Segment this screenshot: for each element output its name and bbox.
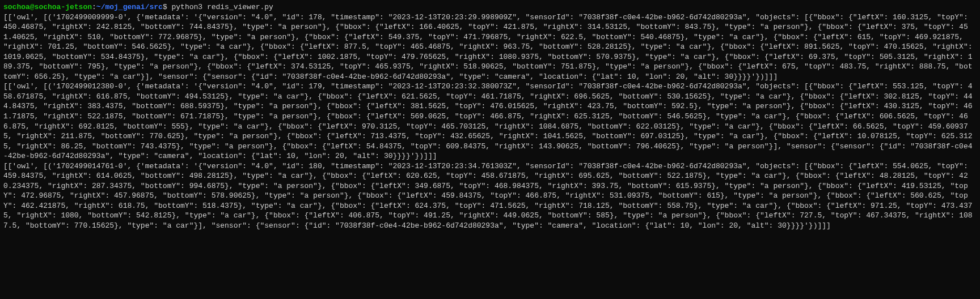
- terminal-output: [['owl', [('1702499009999-0', {'metadata…: [3, 12, 977, 231]
- prompt-colon: :: [92, 3, 96, 11]
- shell-prompt[interactable]: sochoa@sochoa-jetson:~/moj_genai/src$ py…: [3, 2, 977, 12]
- cwd-path: ~/moj_genai/src: [96, 3, 163, 11]
- prompt-dollar: $: [163, 3, 167, 11]
- typed-command: python3 redis_viewer.py: [167, 3, 273, 11]
- user-host: sochoa@sochoa-jetson: [3, 3, 92, 11]
